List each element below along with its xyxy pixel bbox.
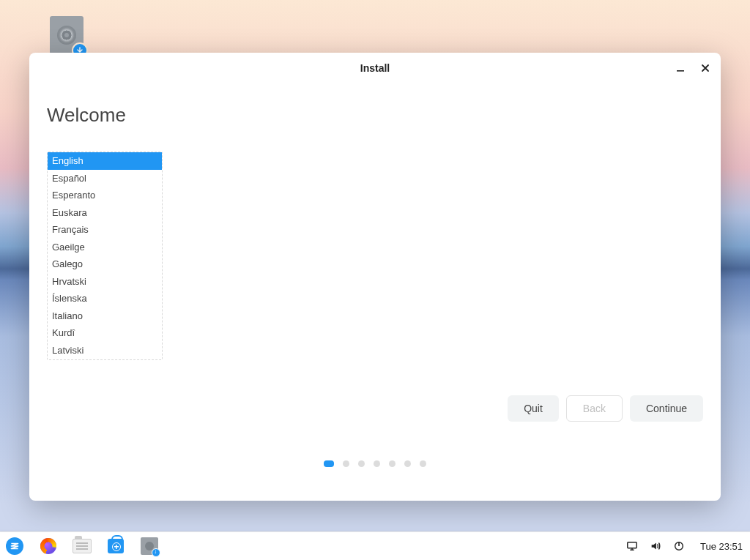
installer-taskbar-button[interactable] xyxy=(139,536,160,556)
close-button[interactable] xyxy=(694,57,716,79)
power-icon[interactable] xyxy=(672,540,686,553)
window-title: Install xyxy=(360,62,390,74)
display-icon[interactable] xyxy=(625,540,639,553)
button-row: Quit Back Continue xyxy=(508,395,703,422)
taskbar-left xyxy=(4,536,160,556)
volume-icon[interactable] xyxy=(649,540,662,553)
language-option[interactable]: Gaeilge xyxy=(48,239,162,256)
clock[interactable]: Tue 23:51 xyxy=(700,541,743,552)
disc-icon xyxy=(57,26,76,45)
step-dot xyxy=(404,460,411,467)
start-menu-button[interactable] xyxy=(4,536,25,556)
language-option[interactable]: Français xyxy=(48,221,162,239)
software-button[interactable] xyxy=(105,536,126,556)
installer-icon xyxy=(141,537,158,555)
step-dot xyxy=(420,460,426,467)
language-option[interactable]: Kurdî xyxy=(48,324,162,342)
language-option[interactable]: Hrvatski xyxy=(48,273,162,291)
continue-button[interactable]: Continue xyxy=(630,395,703,422)
files-button[interactable] xyxy=(72,536,92,556)
step-dot xyxy=(358,460,365,467)
firefox-button[interactable] xyxy=(38,536,59,556)
minimize-button[interactable] xyxy=(669,57,691,79)
titlebar: Install xyxy=(29,53,721,83)
language-option[interactable]: Esperanto xyxy=(48,187,162,204)
language-option[interactable]: Latviski xyxy=(48,342,162,359)
taskbar-right: Tue 23:51 xyxy=(625,540,743,553)
language-option[interactable]: English xyxy=(48,152,162,170)
taskbar: Tue 23:51 xyxy=(0,531,750,560)
language-list[interactable]: EnglishEspañolEsperantoEuskaraFrançaisGa… xyxy=(47,152,163,360)
install-window: Install Welcome EnglishEspañolEsperantoE… xyxy=(29,53,721,501)
step-dot xyxy=(389,460,396,467)
svg-rect-1 xyxy=(628,542,636,548)
quit-button[interactable]: Quit xyxy=(508,395,559,422)
language-option[interactable]: Euskara xyxy=(48,204,162,222)
desktop: Install Welcome EnglishEspañolEsperantoE… xyxy=(0,0,750,560)
page-heading: Welcome xyxy=(47,104,703,127)
window-controls xyxy=(669,53,716,83)
desktop-installer-icon[interactable] xyxy=(50,16,83,54)
svg-rect-0 xyxy=(677,70,684,72)
shopping-bag-icon xyxy=(108,539,124,553)
window-content: Welcome EnglishEspañolEsperantoEuskaraFr… xyxy=(29,83,721,501)
step-dot xyxy=(324,460,334,467)
firefox-icon xyxy=(40,538,56,554)
language-option[interactable]: Italiano xyxy=(48,307,162,325)
language-option[interactable]: Galego xyxy=(48,255,162,273)
zorin-logo-icon xyxy=(6,537,23,555)
back-button: Back xyxy=(566,395,623,422)
step-dot xyxy=(374,460,380,467)
language-option[interactable]: Íslenska xyxy=(48,290,162,307)
language-option[interactable]: Español xyxy=(48,170,162,187)
step-dots xyxy=(29,460,721,467)
files-icon xyxy=(73,539,92,553)
step-dot xyxy=(343,460,349,467)
